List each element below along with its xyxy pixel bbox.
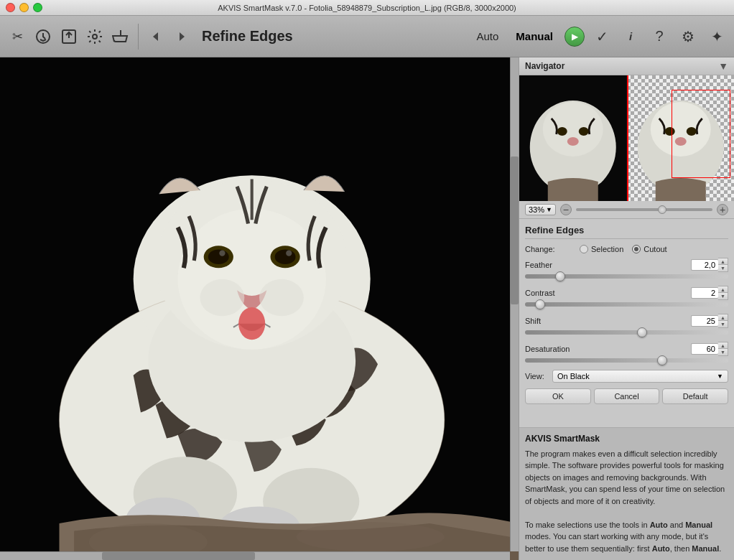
toolbar-right: Auto Manual ▶ ✓ i ? ⚙ ✦ <box>470 25 728 48</box>
feather-down[interactable]: ▼ <box>718 265 728 271</box>
cutout-radio[interactable] <box>632 245 641 253</box>
feather-spinner: ▲ ▼ <box>718 258 728 272</box>
checkmark-icon[interactable]: ✓ <box>590 25 613 48</box>
desaturation-row: Desaturation ▲ ▼ <box>525 342 728 363</box>
canvas-image[interactable] <box>0 57 519 560</box>
zoom-select[interactable]: 33% ▼ <box>525 204 556 215</box>
change-row: Change: Selection Cutout <box>525 245 728 253</box>
scissors-icon[interactable]: ✂ <box>6 25 29 48</box>
contrast-track[interactable] <box>525 302 728 307</box>
navigator-header: Navigator ▼ <box>519 57 734 75</box>
ok-button[interactable]: OK <box>525 388 591 404</box>
desaturation-value-box: ▲ ▼ <box>691 342 728 356</box>
desaturation-track[interactable] <box>525 358 728 363</box>
svg-point-30 <box>567 137 579 146</box>
contrast-label-row: Contrast ▲ ▼ <box>525 286 728 300</box>
view-row: View: On Black ▼ <box>525 370 728 383</box>
zoom-minus-button[interactable]: − <box>560 204 572 215</box>
cutout-radio-item[interactable]: Cutout <box>632 245 666 253</box>
svg-point-27 <box>543 102 603 157</box>
zoom-slider[interactable] <box>576 208 712 211</box>
desaturation-label-row: Desaturation ▲ ▼ <box>525 342 728 356</box>
default-button[interactable]: Default <box>662 388 728 404</box>
feather-label: Feather <box>525 261 552 269</box>
selection-radio[interactable] <box>580 245 588 253</box>
forward-icon[interactable] <box>170 25 193 48</box>
shift-down[interactable]: ▼ <box>718 321 728 327</box>
star-icon[interactable]: ✦ <box>705 25 728 48</box>
desaturation-down[interactable]: ▼ <box>718 349 728 355</box>
horizontal-scrollbar[interactable] <box>0 551 510 560</box>
right-panel: Navigator ▼ <box>519 57 734 560</box>
desaturation-input[interactable] <box>691 343 718 355</box>
separator-1 <box>138 24 139 50</box>
feather-label-row: Feather ▲ ▼ <box>525 258 728 272</box>
window-controls <box>6 3 42 12</box>
help-manual-bold-2: Manual <box>692 544 719 553</box>
feather-input[interactable] <box>691 259 718 271</box>
contrast-up[interactable]: ▲ <box>718 286 728 293</box>
shift-spinner: ▲ ▼ <box>718 314 728 328</box>
info-icon[interactable]: i <box>619 25 642 48</box>
help-paragraph-2: To make selections use the tools in Auto… <box>525 521 721 553</box>
svg-point-22 <box>259 279 304 317</box>
maximize-button[interactable] <box>33 3 42 12</box>
settings-icon[interactable] <box>83 25 106 48</box>
gear-icon[interactable]: ⚙ <box>677 25 700 48</box>
vertical-scrollbar[interactable] <box>510 57 519 551</box>
cancel-button[interactable]: Cancel <box>594 388 660 404</box>
help-auto-bold: Auto <box>650 521 668 529</box>
horizontal-scrollbar-thumb[interactable] <box>102 552 255 560</box>
feather-row: Feather ▲ ▼ <box>525 258 728 279</box>
navigator-collapse-icon[interactable]: ▼ <box>718 60 728 72</box>
upload-icon[interactable] <box>57 25 80 48</box>
auto-mode-button[interactable]: Auto <box>470 27 504 45</box>
selection-label: Selection <box>591 245 623 253</box>
download-icon[interactable] <box>32 25 55 48</box>
help-icon[interactable]: ? <box>648 25 671 48</box>
close-button[interactable] <box>6 3 15 12</box>
feather-thumb[interactable] <box>555 271 565 281</box>
feather-up[interactable]: ▲ <box>718 258 728 265</box>
refine-edges-panel: Refine Edges Change: Selection Cutout <box>519 219 734 427</box>
navigator-viewport-box[interactable] <box>672 90 730 178</box>
contrast-input[interactable] <box>691 287 718 299</box>
shift-row: Shift ▲ ▼ <box>525 314 728 335</box>
zoom-plus-button[interactable]: + <box>717 204 728 215</box>
contrast-down[interactable]: ▼ <box>718 293 728 299</box>
contrast-spinner: ▲ ▼ <box>718 286 728 300</box>
help-paragraph-1: The program makes even a difficult selec… <box>525 449 725 505</box>
shift-up[interactable]: ▲ <box>718 314 728 321</box>
view-label: View: <box>525 372 548 381</box>
help-title: AKVIS SmartMask <box>525 434 728 444</box>
desaturation-up[interactable]: ▲ <box>718 342 728 349</box>
view-value: On Black <box>557 372 590 381</box>
minimize-button[interactable] <box>19 3 29 12</box>
feather-track[interactable] <box>525 274 728 279</box>
navigator-title: Navigator <box>525 61 565 71</box>
vertical-scrollbar-thumb[interactable] <box>511 157 519 304</box>
help-manual-bold: Manual <box>685 521 712 529</box>
desaturation-thumb[interactable] <box>657 355 667 365</box>
navigator-preview <box>519 75 734 201</box>
svg-point-18 <box>219 251 225 256</box>
navigator-original <box>519 75 627 201</box>
contrast-thumb[interactable] <box>535 299 545 309</box>
help-section: AKVIS SmartMask The program makes even a… <box>519 427 734 561</box>
svg-point-19 <box>286 251 292 256</box>
shift-thumb[interactable] <box>637 327 647 337</box>
play-button[interactable]: ▶ <box>565 27 585 47</box>
svg-point-16 <box>208 249 229 264</box>
main-content: Navigator ▼ <box>0 57 734 560</box>
brush-icon[interactable] <box>109 25 132 48</box>
selection-radio-item[interactable]: Selection <box>580 245 623 253</box>
zoom-slider-thumb[interactable] <box>658 205 666 214</box>
desaturation-label: Desaturation <box>525 345 570 353</box>
shift-value-box: ▲ ▼ <box>691 314 728 328</box>
shift-label-row: Shift ▲ ▼ <box>525 314 728 328</box>
manual-mode-button[interactable]: Manual <box>510 27 559 45</box>
back-icon[interactable] <box>144 25 167 48</box>
shift-input[interactable] <box>691 315 718 327</box>
view-dropdown[interactable]: On Black ▼ <box>552 370 728 383</box>
shift-track[interactable] <box>525 330 728 335</box>
